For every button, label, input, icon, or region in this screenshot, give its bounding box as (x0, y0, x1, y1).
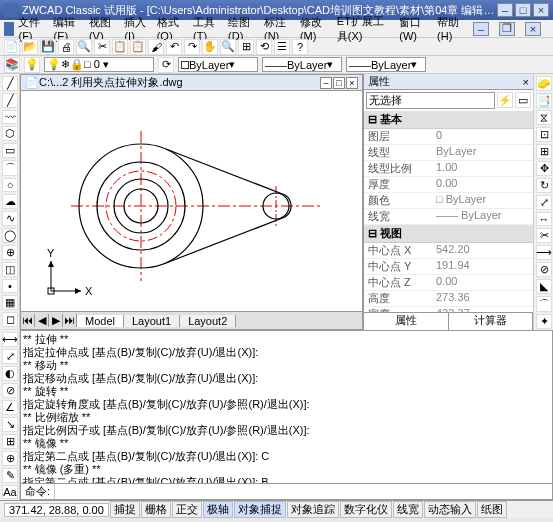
arc-icon[interactable]: ⌒ (2, 160, 18, 176)
drawing-canvas[interactable]: X Y (21, 91, 362, 311)
zoom-icon[interactable]: 🔍 (220, 39, 236, 55)
copy-icon[interactable]: 📋 (112, 39, 128, 55)
minimize-button[interactable]: – (497, 3, 513, 17)
chamfer-icon[interactable]: ◣ (536, 279, 552, 294)
doc-close-button[interactable]: × (525, 22, 541, 36)
layer-prev-icon[interactable]: ⟳ (158, 57, 174, 73)
xline-icon[interactable]: ╱ (2, 93, 18, 108)
command-history[interactable]: ** 拉伸 **指定拉伸点或 [基点(B)/复制(C)/放弃(U)/退出(X)]… (20, 330, 553, 484)
properties-close-icon[interactable]: × (523, 76, 529, 88)
cut-icon[interactable]: ✂ (94, 39, 110, 55)
print-icon[interactable]: 🖨 (58, 39, 74, 55)
select-objects-icon[interactable]: ▭ (515, 92, 531, 108)
preview-icon[interactable]: 🔍 (76, 39, 92, 55)
status-5[interactable]: 对象追踪 (287, 501, 339, 518)
quickselect-icon[interactable]: ⚡ (497, 92, 513, 108)
menu-et[interactable]: ET扩展工具(X) (337, 14, 392, 44)
doc-minimize-button[interactable]: – (473, 22, 489, 36)
status-8[interactable]: 动态输入 (424, 501, 476, 518)
dim-style-icon[interactable]: Aa (2, 485, 18, 499)
trim-icon[interactable]: ✂ (536, 228, 552, 243)
rect-icon[interactable]: ▭ (2, 143, 18, 158)
undo-icon[interactable]: ↶ (166, 39, 182, 55)
props-tab-calc[interactable]: 计算器 (449, 313, 534, 330)
dim-radius-icon[interactable]: ◐ (2, 366, 18, 381)
dim-center-icon[interactable]: ⊕ (2, 451, 18, 466)
copy2-icon[interactable]: 📑 (536, 93, 552, 108)
linetype-combo[interactable]: —— ByLayer ▾ (262, 57, 342, 72)
status-3[interactable]: 极轴 (203, 501, 233, 518)
tab-model[interactable]: Model (77, 315, 124, 327)
prop-row[interactable]: 线宽—— ByLayer (364, 209, 533, 225)
insert-icon[interactable]: ⊕ (2, 245, 18, 260)
break-icon[interactable]: ⊘ (536, 262, 552, 277)
app-menu-icon[interactable] (4, 22, 14, 36)
array-icon[interactable]: ⊞ (536, 144, 552, 159)
pan-icon[interactable]: ✋ (202, 39, 218, 55)
doc-close-icon[interactable]: × (346, 77, 358, 89)
circle-icon[interactable]: ○ (2, 178, 18, 192)
zoom-win-icon[interactable]: ⊞ (238, 39, 254, 55)
explode-icon[interactable]: ✦ (536, 314, 552, 329)
status-7[interactable]: 线宽 (393, 501, 423, 518)
status-1[interactable]: 栅格 (141, 501, 171, 518)
prop-row[interactable]: 颜色□ ByLayer (364, 193, 533, 209)
revcloud-icon[interactable]: ☁ (2, 194, 18, 209)
dim-leader-icon[interactable]: ↘ (2, 417, 18, 432)
offset-icon[interactable]: ⊡ (536, 127, 552, 142)
block-icon[interactable]: ◫ (2, 262, 18, 277)
menu-help[interactable]: 帮助(H) (437, 15, 465, 42)
selection-combo[interactable]: 无选择 (366, 92, 495, 109)
spline-icon[interactable]: ∿ (2, 211, 18, 226)
doc-max-icon[interactable]: □ (333, 77, 345, 89)
layer-icon[interactable]: 📚 (4, 57, 20, 73)
prop-row[interactable]: 图层0 (364, 129, 533, 145)
properties-icon[interactable]: ☰ (274, 39, 290, 55)
extend-icon[interactable]: ⟶ (536, 245, 552, 260)
coord-display[interactable]: 371.42, 28.88, 0.00 (4, 503, 109, 517)
tab-next-icon[interactable]: ▶ (49, 314, 63, 327)
maximize-button[interactable]: □ (515, 3, 531, 17)
redo-icon[interactable]: ↷ (184, 39, 200, 55)
tab-first-icon[interactable]: ⏮ (21, 314, 35, 327)
stretch-icon[interactable]: ↔ (536, 212, 552, 226)
paste-icon[interactable]: 📋 (130, 39, 146, 55)
dim-tolerance-icon[interactable]: ⊞ (2, 434, 18, 449)
tab-layout2[interactable]: Layout2 (180, 315, 236, 327)
status-4[interactable]: 对象捕捉 (234, 501, 286, 518)
status-2[interactable]: 正交 (172, 501, 202, 518)
tab-prev-icon[interactable]: ◀ (35, 314, 49, 327)
help-icon[interactable]: ? (292, 39, 308, 55)
dim-angular-icon[interactable]: ∠ (2, 400, 18, 415)
prop-row[interactable]: 线型ByLayer (364, 145, 533, 161)
lineweight-combo[interactable]: —— ByLayer ▾ (346, 57, 426, 72)
point-icon[interactable]: • (2, 279, 18, 293)
hatch-icon[interactable]: ▦ (2, 295, 18, 310)
tab-layout1[interactable]: Layout1 (124, 315, 180, 327)
status-0[interactable]: 捕捉 (110, 501, 140, 518)
line-icon[interactable]: ╱ (2, 76, 18, 91)
prop-row[interactable]: 线型比例1.00 (364, 161, 533, 177)
doc-restore-button[interactable]: ❐ (499, 22, 515, 36)
menu-window[interactable]: 窗口(W) (399, 15, 429, 42)
fillet-icon[interactable]: ⌒ (536, 296, 552, 312)
dim-aligned-icon[interactable]: ⤢ (2, 349, 18, 364)
prop-row[interactable]: 中心点 X542.20 (364, 243, 533, 259)
new-icon[interactable]: 📄 (4, 39, 20, 55)
dim-diameter-icon[interactable]: ⊘ (2, 383, 18, 398)
status-6[interactable]: 数字化仪 (340, 501, 392, 518)
prop-row[interactable]: 高度273.36 (364, 291, 533, 307)
prop-row[interactable]: 中心点 Z0.00 (364, 275, 533, 291)
status-9[interactable]: 纸图 (477, 501, 507, 518)
dim-edit-icon[interactable]: ✎ (2, 468, 18, 483)
prop-row[interactable]: 厚度0.00 (364, 177, 533, 193)
ellipse-icon[interactable]: ◯ (2, 228, 18, 243)
prop-group[interactable]: ⊟ 视图 (364, 225, 533, 243)
save-icon[interactable]: 💾 (40, 39, 56, 55)
command-input[interactable] (55, 484, 552, 499)
color-combo[interactable]: ByLayer ▾ (178, 57, 258, 72)
mirror-icon[interactable]: ⧖ (536, 110, 552, 125)
prop-row[interactable]: 中心点 Y191.94 (364, 259, 533, 275)
match-icon[interactable]: 🖌 (148, 39, 164, 55)
props-tab-properties[interactable]: 属性 (364, 313, 449, 330)
